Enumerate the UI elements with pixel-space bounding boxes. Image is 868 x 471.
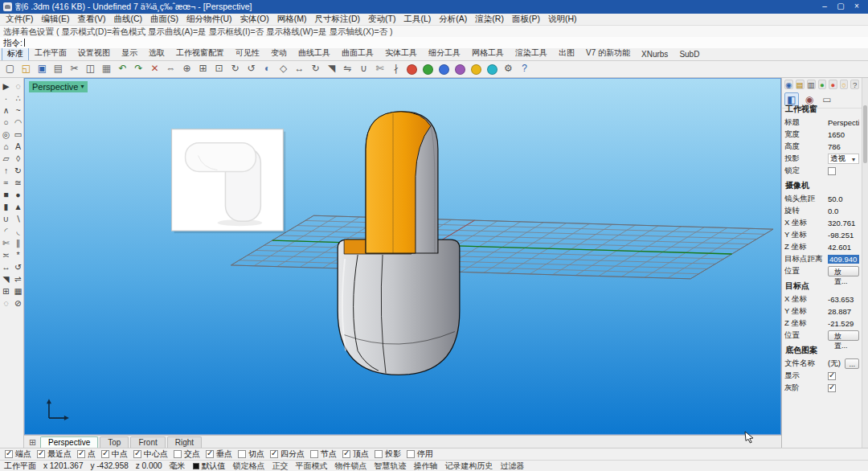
osnap-knot[interactable]: 节点 bbox=[310, 448, 337, 460]
tab-curve-tools[interactable]: 曲线工具 bbox=[293, 48, 336, 60]
menu-surface[interactable]: 曲面(S) bbox=[146, 14, 182, 25]
osnap-intersection[interactable]: 交点 bbox=[174, 448, 200, 460]
osnap-projection[interactable]: 投影 bbox=[375, 448, 401, 460]
new-file-icon[interactable]: ▢ bbox=[2, 62, 18, 76]
osnap-mid[interactable]: 中点 bbox=[101, 448, 128, 460]
osnap-point[interactable]: 点 bbox=[77, 448, 96, 460]
boolean-difference-icon[interactable]: ∖ bbox=[13, 213, 24, 224]
shaded-viewport-icon[interactable]: ◐ bbox=[260, 62, 275, 76]
osnap-checkbox[interactable] bbox=[5, 450, 13, 458]
focal-length-field[interactable]: 50.0 bbox=[828, 195, 859, 203]
layers-panel-tab-icon[interactable]: ▤ bbox=[796, 80, 805, 89]
open-file-icon[interactable]: ◱ bbox=[18, 62, 34, 76]
viewport-width-field[interactable]: 1650 bbox=[828, 130, 859, 139]
revolve-icon[interactable]: ↻ bbox=[13, 165, 24, 176]
osnap-center[interactable]: 中心点 bbox=[133, 448, 168, 460]
wallpaper-subtab[interactable]: ▭ bbox=[820, 92, 834, 106]
menu-edit[interactable]: 编辑(E) bbox=[37, 14, 73, 25]
freeform-curve-icon[interactable]: ~ bbox=[13, 104, 24, 116]
toggle-gumball[interactable]: 操作轴 bbox=[414, 461, 438, 471]
point-icon[interactable]: ∙ bbox=[1, 92, 12, 104]
cut-icon[interactable]: ✂ bbox=[67, 62, 82, 76]
split-curve-icon[interactable]: ∥ bbox=[13, 237, 24, 248]
target-z-field[interactable]: -21.529 bbox=[828, 319, 859, 328]
close-icon[interactable]: × bbox=[849, 1, 865, 13]
print-icon[interactable]: ▤ bbox=[51, 62, 66, 76]
save-icon[interactable]: ▣ bbox=[35, 62, 50, 76]
target-place-button[interactable]: 放置... bbox=[828, 330, 859, 341]
target-y-field[interactable]: 28.887 bbox=[828, 307, 859, 316]
osnap-checkbox[interactable] bbox=[342, 450, 350, 458]
help-panel-tab-icon[interactable]: ? bbox=[850, 80, 859, 89]
tab-viewport-perspective[interactable]: Perspective bbox=[40, 436, 98, 448]
paste-icon[interactable]: ▦ bbox=[99, 62, 114, 76]
mirror-object-icon[interactable]: ⇌ bbox=[13, 273, 24, 285]
point-cloud-icon[interactable]: ∴ bbox=[13, 92, 24, 104]
menu-solid[interactable]: 实体(O) bbox=[236, 14, 273, 25]
cylinder-icon[interactable]: ▮ bbox=[1, 201, 12, 212]
viewport-height-field[interactable]: 786 bbox=[828, 142, 859, 151]
osnap-vertex[interactable]: 顶点 bbox=[342, 448, 369, 460]
ellipse-icon[interactable]: ◎ bbox=[1, 129, 12, 140]
help-icon[interactable]: ? bbox=[517, 62, 532, 76]
current-layer[interactable]: 默认值 bbox=[193, 461, 226, 471]
scale-object-icon[interactable]: ◥ bbox=[1, 273, 12, 285]
camera-x-field[interactable]: 320.761 bbox=[828, 219, 859, 227]
viewport-title-value[interactable]: Perspective bbox=[828, 118, 859, 127]
toggle-planar[interactable]: 平面模式 bbox=[296, 461, 328, 471]
camera-z-field[interactable]: 42.601 bbox=[828, 243, 859, 252]
toggle-grid-snap[interactable]: 锁定格点 bbox=[233, 461, 265, 471]
panel-scrollbar[interactable] bbox=[862, 78, 868, 448]
perspective-viewport[interactable]: Perspective ▾ bbox=[24, 78, 781, 435]
osnap-checkbox[interactable] bbox=[133, 450, 141, 458]
zoom-dynamic-icon[interactable]: ⊕ bbox=[179, 62, 194, 76]
lasso-select-icon[interactable]: ◌ bbox=[13, 80, 24, 92]
render-icon[interactable] bbox=[407, 64, 417, 75]
projection-select[interactable]: 透视 bbox=[828, 154, 859, 164]
toggle-ortho[interactable]: 正交 bbox=[272, 461, 289, 471]
osnap-checkbox[interactable] bbox=[101, 450, 109, 458]
tab-select[interactable]: 选取 bbox=[143, 48, 170, 60]
osnap-perpendicular[interactable]: 垂点 bbox=[206, 448, 232, 460]
menu-transform[interactable]: 变动(T) bbox=[364, 14, 399, 25]
viewport-canvas[interactable] bbox=[25, 79, 780, 434]
osnap-checkbox[interactable] bbox=[238, 450, 246, 458]
units-label[interactable]: 毫米 bbox=[170, 461, 186, 471]
circle-icon[interactable]: ○ bbox=[1, 117, 12, 128]
hide-icon[interactable]: ◌ bbox=[1, 297, 12, 309]
osnap-near[interactable]: 最近点 bbox=[37, 448, 72, 460]
join-curve-icon[interactable]: ≍ bbox=[1, 249, 12, 260]
surface-icon[interactable]: ▱ bbox=[1, 153, 12, 164]
tab-set-view[interactable]: 设置视图 bbox=[72, 48, 116, 60]
menu-tools[interactable]: 工具(L) bbox=[400, 14, 436, 25]
zoom-window-icon[interactable]: ⊞ bbox=[195, 62, 211, 76]
polyline-icon[interactable]: ∧ bbox=[1, 104, 12, 116]
sun-panel-tab-icon[interactable]: ○ bbox=[840, 80, 849, 89]
osnap-quadrant[interactable]: 四分点 bbox=[270, 448, 305, 460]
osnap-checkbox[interactable] bbox=[375, 450, 383, 458]
viewport-title[interactable]: Perspective ▾ bbox=[29, 81, 88, 92]
tab-viewport-right[interactable]: Right bbox=[167, 436, 202, 448]
menu-curve[interactable]: 曲线(C) bbox=[109, 14, 146, 25]
reference-image-panel[interactable] bbox=[172, 129, 286, 233]
copy-icon[interactable]: ◫ bbox=[83, 62, 98, 76]
toggle-smarttrack[interactable]: 智慧轨迹 bbox=[375, 461, 407, 471]
wallpaper-filename-value[interactable]: (无) bbox=[828, 358, 843, 369]
tab-surface-tools[interactable]: 曲面工具 bbox=[336, 48, 379, 60]
corner-surface-icon[interactable]: ◊ bbox=[13, 153, 24, 164]
rotate-view-icon[interactable]: ↻ bbox=[227, 62, 243, 76]
rendering-panel-tab-icon[interactable]: ● bbox=[829, 80, 837, 89]
osnap-checkbox[interactable] bbox=[270, 450, 278, 458]
camera-y-field[interactable]: -98.251 bbox=[828, 231, 859, 240]
minimize-icon[interactable]: – bbox=[817, 1, 833, 13]
box-icon[interactable]: ■ bbox=[1, 189, 12, 200]
display-panel-tab-icon[interactable]: ▥ bbox=[807, 80, 816, 89]
menu-dimension[interactable]: 尺寸标注(D) bbox=[311, 14, 365, 25]
split-icon[interactable]: ∤ bbox=[388, 62, 403, 76]
text-icon[interactable]: A bbox=[13, 141, 24, 152]
chamfer-icon[interactable]: ◟ bbox=[13, 225, 24, 236]
render-preview-icon[interactable] bbox=[423, 64, 433, 75]
osnap-checkbox[interactable] bbox=[174, 450, 182, 458]
explode-icon[interactable]: * bbox=[13, 249, 24, 260]
select-arrow-icon[interactable]: ▶ bbox=[1, 80, 12, 92]
